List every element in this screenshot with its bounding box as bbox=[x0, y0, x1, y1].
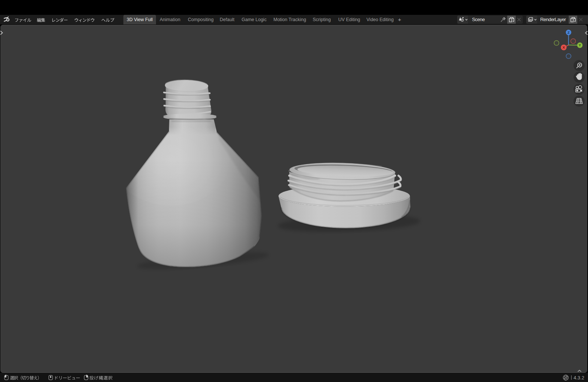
svg-text:Y: Y bbox=[579, 43, 581, 47]
svg-text:4.3.2: 4.3.2 bbox=[574, 375, 584, 381]
svg-text:X: X bbox=[562, 45, 565, 49]
svg-text:Z: Z bbox=[568, 30, 570, 34]
